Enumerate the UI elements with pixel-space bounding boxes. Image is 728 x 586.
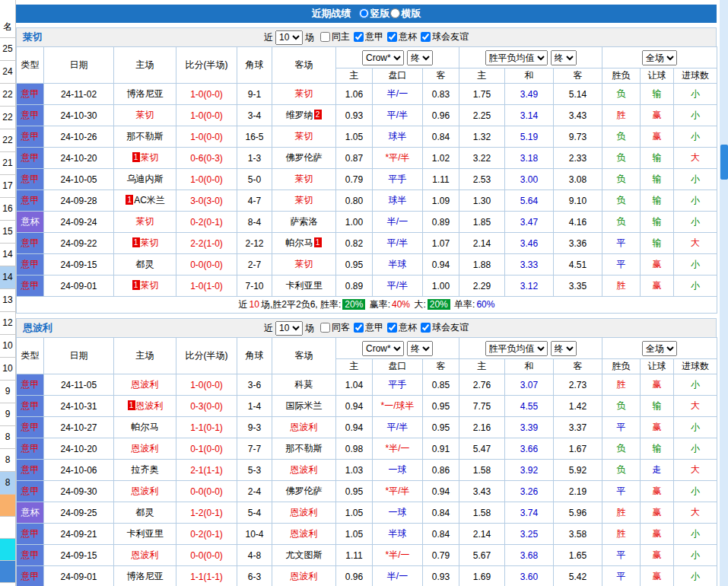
- result-cell: 负: [602, 438, 641, 460]
- score-cell: 0-0(0-0): [176, 481, 237, 502]
- home-odds-cell: 0.94: [336, 417, 373, 438]
- handicap-result-cell: 输: [641, 438, 674, 460]
- goals-result-cell: 大: [674, 148, 717, 169]
- filter-checkbox[interactable]: [320, 323, 330, 333]
- filter-checkbox-label[interactable]: 同主: [320, 30, 350, 43]
- view-radio[interactable]: [359, 8, 369, 18]
- home-team-name: 卡利亚里: [127, 528, 164, 539]
- result-cell: 负: [602, 190, 641, 212]
- column-header: 比分(半场): [176, 47, 237, 84]
- filter-checkbox-label[interactable]: 球会友谊: [421, 321, 469, 334]
- filter-checkbox-label[interactable]: 意杯: [387, 30, 417, 43]
- handicap-cell: *平/半: [373, 148, 423, 169]
- home-team-name: 博洛尼亚: [127, 571, 164, 581]
- score-cell: 0-6(0-3): [176, 148, 237, 169]
- avg-draw-cell: 5.64: [505, 190, 554, 212]
- away-team-name: 恩波利: [291, 464, 318, 475]
- goals-result-cell: 小: [674, 545, 717, 566]
- filter-checkbox-label[interactable]: 意杯: [387, 321, 417, 334]
- avg-home-cell: 5.47: [459, 438, 505, 460]
- view-option[interactable]: 横版: [390, 7, 421, 21]
- final-odds-select[interactable]: 终: [407, 341, 433, 356]
- home-odds-cell: 0.87: [336, 148, 373, 169]
- sub-column-header: 盘口: [373, 68, 423, 84]
- filter-checkbox-label[interactable]: 同客: [320, 321, 350, 334]
- handicap-result-cell: 输: [641, 169, 674, 190]
- avg-draw-cell: 3.46: [505, 233, 554, 254]
- summary-part: 场,胜2平2负6, 胜率:: [261, 299, 341, 310]
- filter-checkbox[interactable]: [320, 32, 330, 42]
- rank-cell: 21: [0, 152, 15, 175]
- recent-games-select[interactable]: 10: [275, 30, 303, 45]
- home-odds-cell: 1.05: [336, 502, 373, 524]
- summary-part: 赢率:: [367, 299, 390, 310]
- corners-cell: 9-1: [237, 84, 272, 105]
- avg-home-cell: 1.58: [459, 460, 505, 481]
- handicap-result-cell: 输: [641, 212, 674, 233]
- league-cell: 意甲: [17, 190, 44, 212]
- filter-cell: Crow*终: [336, 338, 459, 359]
- handicap-cell: *平/半: [373, 481, 423, 502]
- league-cell: 意甲: [17, 566, 44, 586]
- result-cell: 胜: [602, 275, 641, 297]
- away-odds-cell: 1.07: [423, 233, 459, 254]
- final-odds-select[interactable]: 终: [407, 50, 433, 65]
- main-panel: 近期战绩 竖版横版 莱切 近 10 场 同主意甲意杯球会友谊 类型日期主场比分(…: [16, 0, 720, 586]
- handicap-cell: 平手: [373, 169, 423, 190]
- away-team-cell: 萨索洛: [272, 212, 336, 233]
- final-odds-select-2[interactable]: 终: [551, 50, 577, 65]
- near-label: 近: [264, 31, 273, 44]
- avg-draw-cell: 3.00: [505, 169, 554, 190]
- scope-select[interactable]: 全场: [642, 50, 677, 65]
- avg-home-cell: 2.76: [459, 374, 505, 396]
- avg-type-select[interactable]: 胜平负均值: [485, 50, 548, 65]
- scope-select[interactable]: 全场: [642, 341, 677, 356]
- away-odds-cell: 0.84: [423, 502, 459, 524]
- sub-column-header: 主: [336, 68, 373, 84]
- view-radio[interactable]: [390, 8, 400, 18]
- rank-cell: 10: [0, 335, 15, 358]
- away-team-cell: 莱切: [272, 126, 336, 148]
- final-odds-select-2[interactable]: 终: [551, 341, 577, 356]
- away-team-cell: 恩波利: [272, 566, 336, 586]
- away-team-name: 尤文图斯: [286, 549, 323, 560]
- avg-type-select[interactable]: 胜平负均值: [485, 341, 548, 356]
- home-odds-cell: 0.94: [336, 396, 373, 417]
- column-header: 客场: [272, 47, 336, 84]
- filter-checkbox[interactable]: [354, 32, 364, 42]
- goals-result-cell: 小: [674, 417, 717, 438]
- corners-cell: 2-4: [237, 481, 272, 502]
- bookmaker-select[interactable]: Crow*: [362, 341, 404, 356]
- match-row: 意甲24-10-27帕尔马1-1(0-1)9-3恩波利0.94平/半0.952.…: [17, 417, 717, 438]
- filter-checkbox[interactable]: [421, 32, 431, 42]
- handicap-cell: 半/一: [373, 566, 423, 586]
- avg-away-cell: 4.51: [554, 254, 602, 275]
- filter-checkbox[interactable]: [421, 323, 431, 333]
- score-cell: 0-0(0-0): [176, 545, 237, 566]
- filter-checkbox-label[interactable]: 球会友谊: [421, 30, 469, 43]
- away-team-name: 维罗纳: [286, 110, 313, 120]
- home-team-name: 莱切: [141, 152, 159, 163]
- scrollbar-thumb[interactable]: [720, 145, 728, 180]
- avg-home-cell: 5.67: [459, 545, 505, 566]
- sub-column-header: 让球: [641, 68, 674, 84]
- view-option[interactable]: 竖版: [359, 7, 390, 21]
- filter-checkbox[interactable]: [354, 323, 364, 333]
- date-cell: 24-11-02: [44, 84, 114, 105]
- summary-part: 近: [239, 299, 248, 310]
- recent-games-select[interactable]: 10: [275, 321, 303, 336]
- filter-checkbox[interactable]: [387, 32, 397, 42]
- avg-away-cell: 3.08: [554, 169, 602, 190]
- score-cell: 0-1(0-0): [176, 438, 237, 460]
- rank-cell: 8: [0, 449, 15, 472]
- filter-checkbox[interactable]: [387, 323, 397, 333]
- filter-checkbox-label[interactable]: 意甲: [354, 30, 383, 43]
- filter-checkbox-label[interactable]: 意甲: [354, 321, 383, 334]
- home-odds-cell: 1.04: [336, 374, 373, 396]
- goals-result-cell: 小: [674, 374, 717, 396]
- scrollbar-track[interactable]: [720, 0, 728, 586]
- avg-away-cell: 2.19: [554, 481, 602, 502]
- league-cell: 意甲: [17, 275, 44, 297]
- bookmaker-select[interactable]: Crow*: [362, 50, 404, 65]
- avg-home-cell: 1.58: [459, 502, 505, 524]
